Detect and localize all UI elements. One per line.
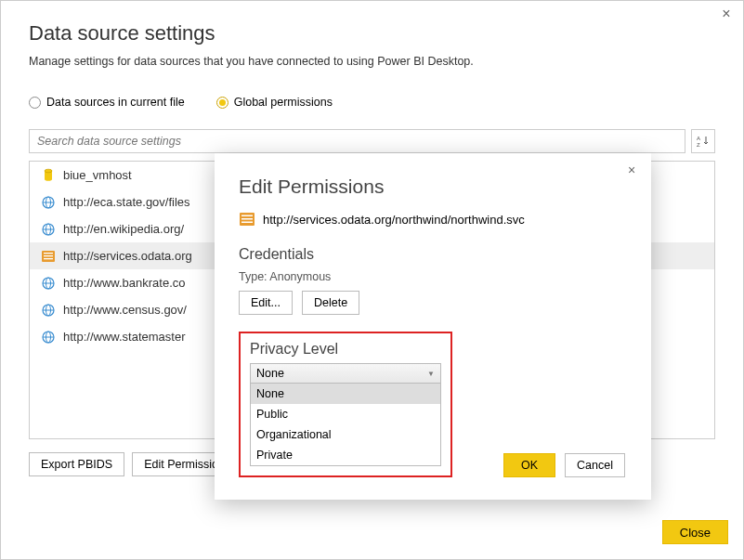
export-pbids-button[interactable]: Export PBIDS [29,452,124,476]
radio-label: Data sources in current file [46,96,185,109]
page-title: Data source settings [29,21,715,46]
source-url: http://services.odata.org/northwind/nort… [263,213,525,227]
privacy-option[interactable]: Organizational [251,424,440,445]
radio-global-permissions[interactable]: Global permissions [216,96,333,109]
sort-button[interactable]: A Z [691,129,715,153]
source-row: http://services.odata.org/northwind/nort… [239,211,627,228]
globe-icon [41,330,56,345]
list-item-label: http://services.odata.org [63,249,192,263]
list-item-label: http://en.wikipedia.org/ [63,222,184,236]
svg-rect-12 [44,255,53,256]
credential-buttons: Edit... Delete [239,291,627,315]
svg-text:A: A [697,136,700,141]
sort-az-icon: A Z [697,135,710,148]
radio-circle-icon [216,97,228,109]
svg-rect-26 [241,222,253,224]
globe-icon [41,276,56,291]
delete-credential-button[interactable]: Delete [302,291,359,315]
close-icon[interactable]: × [623,163,640,179]
list-item-label: http://www.bankrate.co [63,276,186,290]
modal-title: Edit Permissions [239,176,627,198]
privacy-option[interactable]: Private [251,445,440,465]
privacy-option[interactable]: None [251,384,440,404]
edit-permissions-dialog: × Edit Permissions http://services.odata… [215,153,651,500]
search-row: A Z [29,129,715,153]
privacy-level-dropdown[interactable]: None ▼ [250,363,441,384]
list-item-label: http://eca.state.gov/files [63,195,190,209]
list-item-label: http://www.statemaster [63,330,186,344]
globe-icon [41,222,56,237]
privacy-option[interactable]: Public [251,404,440,424]
privacy-heading: Privacy Level [250,341,441,358]
svg-rect-24 [241,215,253,217]
odata-icon [239,211,255,228]
privacy-options-list: None Public Organizational Private [250,384,441,466]
radio-current-file[interactable]: Data sources in current file [29,96,185,109]
list-item-label: biue_vmhost [63,168,132,182]
credential-type: Type: Anonymous [239,270,627,283]
chevron-down-icon: ▼ [427,370,435,378]
scope-radio-group: Data sources in current file Global perm… [29,96,715,109]
radio-label: Global permissions [234,96,333,109]
window-close-icon[interactable]: × [717,5,736,23]
cancel-button[interactable]: Cancel [565,453,625,477]
close-button[interactable]: Close [662,520,728,544]
svg-rect-13 [44,258,53,259]
radio-circle-icon [29,97,41,109]
list-item-label: http://www.census.gov/ [63,303,187,317]
globe-icon [41,303,56,318]
page-subtitle: Manage settings for data sources that yo… [29,55,715,68]
search-input[interactable] [29,129,685,153]
database-icon [41,168,56,183]
globe-icon [41,195,56,210]
svg-text:Z: Z [697,142,700,148]
privacy-level-section: Privacy Level None ▼ None Public Organiz… [239,332,452,477]
dialog-window: × Data source settings Manage settings f… [0,0,744,560]
svg-rect-25 [241,218,253,220]
ok-button[interactable]: OK [503,453,555,477]
svg-rect-11 [44,253,53,254]
edit-credential-button[interactable]: Edit... [239,291,293,315]
odata-icon [41,249,56,264]
credentials-heading: Credentials [239,246,627,263]
privacy-selected-value: None [256,367,284,380]
